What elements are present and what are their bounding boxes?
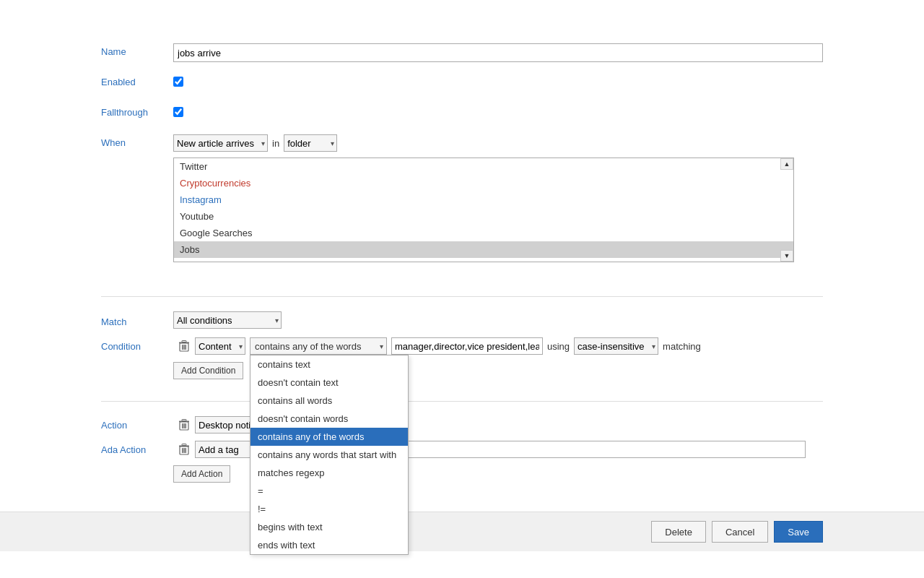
condition-field-select[interactable]: Content Subject From To [195, 337, 245, 355]
when-select[interactable]: New article arrives Article is updated A… [173, 134, 268, 152]
op-begins-with-text[interactable]: begins with text [250, 518, 408, 536]
operator-selected-text: contains any of the words [255, 341, 361, 352]
op-contains-words-start-with[interactable]: contains any words that start with [250, 446, 408, 464]
op-contains-all-words[interactable]: contains all words [250, 392, 408, 410]
enabled-checkbox[interactable] [173, 77, 183, 87]
svg-rect-17 [182, 444, 186, 446]
op-not-equals[interactable]: != [250, 500, 408, 518]
op-ends-with-text[interactable]: ends with text [250, 536, 408, 554]
list-item[interactable]: Cryptocurrencies [174, 175, 793, 191]
condition-row: Condition Content Subject From To [101, 337, 823, 355]
save-button[interactable]: Save [774, 521, 823, 543]
delete-action1-icon[interactable] [178, 418, 191, 431]
name-input[interactable] [173, 43, 823, 62]
svg-rect-9 [186, 423, 187, 428]
using-text: using [547, 341, 570, 352]
folder-list-container: Twitter Cryptocurrencies Instagram Youtu… [173, 158, 794, 262]
list-item[interactable]: Jobs [174, 241, 793, 258]
action-label-2: Ada Action [101, 444, 173, 455]
delete-condition-icon[interactable] [178, 340, 191, 353]
add-condition-button[interactable]: Add Condition [173, 362, 243, 379]
op-doesnt-contain-text[interactable]: doesn't contain text [250, 374, 408, 392]
divider [101, 296, 823, 297]
svg-rect-7 [182, 423, 183, 428]
tag-input[interactable] [344, 441, 806, 458]
match-select[interactable]: All conditions Any condition [173, 311, 282, 329]
enabled-label: Enabled [101, 74, 173, 87]
svg-rect-13 [182, 448, 183, 453]
op-matches-regexp[interactable]: matches regexp [250, 464, 408, 482]
op-contains-text[interactable]: contains text [250, 355, 408, 374]
svg-rect-14 [183, 448, 185, 453]
scrollbar-down[interactable]: ▼ [780, 250, 793, 262]
svg-rect-15 [186, 448, 187, 453]
folder-select[interactable]: folder category [284, 134, 337, 152]
fallthrough-checkbox[interactable] [173, 107, 183, 117]
add-action-button[interactable]: Add Action [173, 465, 230, 483]
operator-dropdown-menu: contains text doesn't contain text conta… [250, 355, 409, 555]
matching-text: matching [663, 341, 701, 352]
when-label: When [101, 134, 173, 148]
svg-rect-2 [183, 345, 185, 350]
condition-label: Condition [101, 341, 173, 352]
delete-action2-icon[interactable] [178, 443, 191, 456]
action-label-1: Action [101, 420, 173, 431]
fallthrough-label: Fallthrough [101, 104, 173, 118]
op-doesnt-contain-words[interactable]: doesn't contain words [250, 410, 408, 428]
name-label: Name [101, 43, 173, 57]
divider2 [101, 401, 823, 402]
op-equals[interactable]: = [250, 482, 408, 500]
action-row-2: Ada Action Desktop notification Add a ta… [101, 441, 823, 458]
footer-bar: Delete Cancel Save [0, 512, 924, 551]
svg-rect-1 [182, 345, 183, 350]
svg-rect-11 [182, 420, 186, 421]
op-contains-any-words[interactable]: contains any of the words [250, 428, 408, 446]
match-label: Match [101, 314, 173, 327]
operator-dropdown-trigger[interactable]: contains any of the words [250, 337, 387, 355]
folder-list: Twitter Cryptocurrencies Instagram Youtu… [174, 158, 793, 258]
delete-button[interactable]: Delete [651, 521, 706, 543]
list-item[interactable]: Youtube [174, 208, 793, 225]
scrollbar-up[interactable]: ▲ [780, 158, 793, 170]
svg-rect-8 [183, 423, 185, 428]
svg-rect-3 [186, 345, 187, 350]
list-item[interactable]: Twitter [174, 158, 793, 175]
case-select[interactable]: case-insensitive case-sensitive [574, 337, 658, 355]
keywords-input[interactable] [391, 337, 543, 355]
operator-dropdown-wrapper: contains any of the words contains text … [250, 337, 387, 355]
list-item[interactable]: Google Searches [174, 225, 793, 241]
cancel-button[interactable]: Cancel [712, 521, 768, 543]
list-item[interactable]: Instagram [174, 191, 793, 208]
in-text: in [272, 138, 279, 149]
svg-rect-5 [182, 341, 186, 342]
action-row-1: Action Desktop notification Add a tag Ma… [101, 416, 823, 434]
